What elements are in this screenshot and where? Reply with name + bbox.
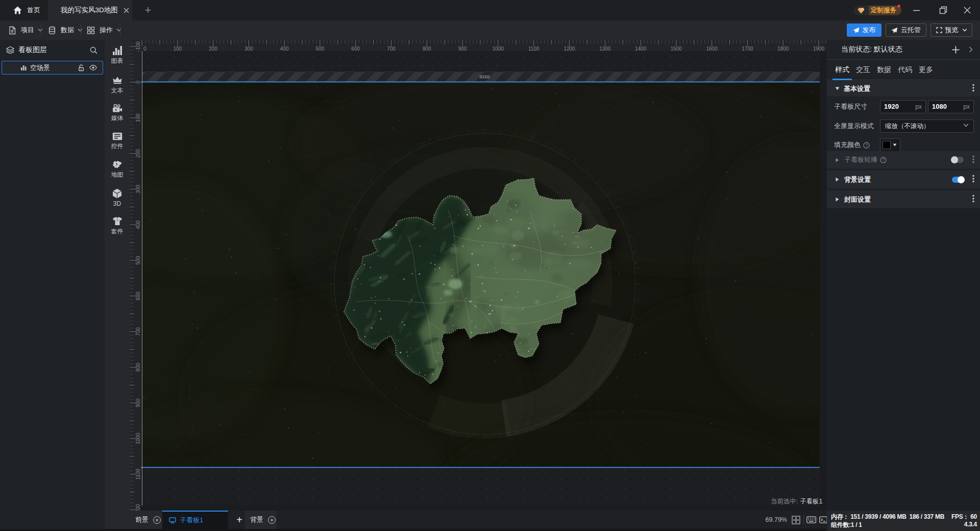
svg-text:200: 200	[135, 149, 141, 158]
svg-text:900: 900	[135, 398, 141, 407]
svg-text:500: 500	[135, 256, 141, 264]
svg-text:当前选中: 子看板1: 当前选中: 子看板1	[771, 498, 822, 505]
svg-text:400: 400	[280, 46, 289, 52]
svg-text:1700: 1700	[742, 46, 753, 52]
svg-text:1900: 1900	[813, 46, 825, 52]
svg-text:?: ?	[865, 142, 868, 148]
svg-text:1100: 1100	[528, 46, 540, 52]
svg-text:-100: -100	[135, 41, 141, 52]
svg-text:1000: 1000	[493, 46, 504, 52]
svg-text:600: 600	[135, 292, 141, 300]
svg-text:1200: 1200	[564, 46, 575, 52]
svg-text:800: 800	[423, 46, 431, 52]
svg-text:400: 400	[135, 220, 141, 229]
svg-text:1200: 1200	[135, 504, 141, 511]
svg-text:700: 700	[387, 46, 396, 52]
svg-text:700: 700	[135, 327, 141, 336]
svg-text:600: 600	[351, 46, 360, 52]
svg-text:200: 200	[209, 46, 217, 52]
svg-text:1100: 1100	[135, 469, 141, 480]
svg-text:500: 500	[316, 46, 325, 52]
svg-text:1600: 1600	[706, 46, 718, 52]
svg-text:1800: 1800	[777, 46, 789, 52]
svg-text:800: 800	[135, 363, 141, 372]
svg-text:900: 900	[458, 46, 467, 52]
svg-text:0: 0	[143, 46, 146, 52]
svg-text:1300: 1300	[599, 46, 611, 52]
svg-text:1500: 1500	[671, 46, 682, 52]
svg-text:1000: 1000	[135, 432, 141, 444]
svg-text:300: 300	[244, 46, 253, 52]
svg-text:300: 300	[135, 185, 141, 194]
svg-text:1400: 1400	[635, 46, 647, 52]
svg-text:100: 100	[135, 113, 141, 122]
svg-text:0: 0	[135, 81, 141, 84]
svg-text:100: 100	[173, 46, 182, 52]
svg-text:?: ?	[882, 157, 885, 162]
